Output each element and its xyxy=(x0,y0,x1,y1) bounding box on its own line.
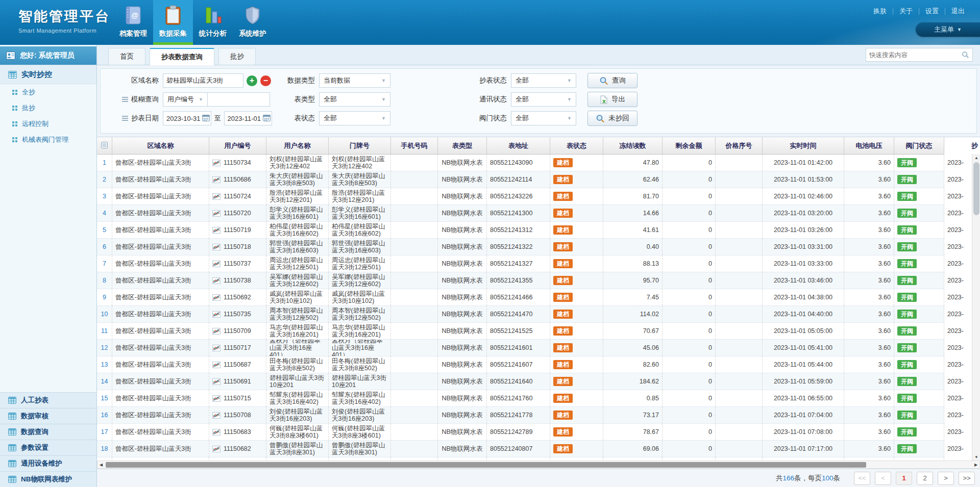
sidebar-section-通用设备维护[interactable]: 通用设备维护 xyxy=(0,455,96,471)
scroll-down-arrow[interactable]: ▼ xyxy=(972,453,980,460)
col-header-voltage[interactable]: 电池电压 xyxy=(844,137,894,154)
comm-status-select[interactable]: 全部▼ xyxy=(511,92,576,107)
cell-door_no: 何巍(碧桂园翠山蓝天3街8座3楼601) xyxy=(329,424,391,440)
page-button-1[interactable]: 1 xyxy=(896,472,912,485)
search-icon[interactable] xyxy=(962,51,969,59)
nav-item-archives[interactable]: @档案管理 xyxy=(113,0,153,45)
table-row[interactable]: 3曾都区-碧桂园翠山蓝天3街11150724殷浩(碧桂园翠山蓝天3街12座201… xyxy=(97,188,944,205)
nav-item-collect[interactable]: 数据采集 xyxy=(153,0,193,45)
date-field-zone: 至 xyxy=(163,111,272,125)
cell-num: 6 xyxy=(97,239,112,255)
table-row[interactable]: 1曾都区-碧桂园翠山蓝天3街11150734刘权(碧桂园翠山蓝天3街12座402… xyxy=(97,155,944,171)
sidebar-section-NB物联网表维护[interactable]: NB物联网表维护 xyxy=(0,471,96,487)
sidebar-section-参数设置[interactable]: 参数设置 xyxy=(0,440,96,455)
sidebar-section-realtime[interactable]: 实时抄控 xyxy=(0,65,96,84)
nav-item-stats[interactable]: 统计分析 xyxy=(193,0,233,45)
sidebar-item-机械表阀门管理[interactable]: 机械表阀门管理 xyxy=(0,132,96,147)
nav-item-label: 档案管理 xyxy=(119,29,147,38)
col-header-reading[interactable]: 冻结读数 xyxy=(603,137,663,154)
fuzzy-field-select[interactable]: 用户编号▼ xyxy=(163,92,208,107)
sidebar-item-全抄[interactable]: 全抄 xyxy=(0,84,96,100)
col-header-area[interactable]: 区域名称 xyxy=(112,137,209,154)
meter-status-select[interactable]: 全部▼ xyxy=(319,111,390,125)
nav-item-maintain[interactable]: 系统维护 xyxy=(233,0,273,45)
page-button-2[interactable]: 2 xyxy=(917,472,933,485)
tab-首页[interactable]: 首页 xyxy=(108,48,145,65)
table-row[interactable]: 10曾都区-碧桂园翠山蓝天3街11150735周本智(碧桂园翠山蓝天3街12座5… xyxy=(97,306,944,323)
area-input[interactable] xyxy=(163,73,243,88)
top-link-2[interactable]: 关于 xyxy=(893,7,919,16)
col-header-phone[interactable]: 手机号码 xyxy=(391,137,438,154)
cell-meter_addr: 805521243090 xyxy=(487,155,550,171)
read-status-select[interactable]: 全部▼ xyxy=(511,73,576,88)
sidebar-item-批抄[interactable]: 批抄 xyxy=(0,100,96,116)
add-area-button[interactable]: + xyxy=(247,75,257,86)
col-header-time[interactable]: 实时时间 xyxy=(763,137,844,154)
top-link-4[interactable]: 退出 xyxy=(945,7,971,16)
valve-status-select[interactable]: 全部▼ xyxy=(511,111,576,125)
fuzzy-input[interactable] xyxy=(208,92,270,107)
table-row[interactable]: 11曾都区-碧桂园翠山蓝天3街11150709马志华(碧桂园翠山蓝天3街16座2… xyxy=(97,323,944,340)
horizontal-scroll-thumb[interactable] xyxy=(106,462,866,468)
calendar-icon[interactable] xyxy=(202,114,210,121)
tab-批抄[interactable]: 批抄 xyxy=(218,48,256,65)
table-row[interactable]: 16曾都区-碧桂园翠山蓝天3街11150708刘俊(碧桂园翠山蓝天3街16座20… xyxy=(97,407,944,424)
cell-balance: 0 xyxy=(663,340,716,356)
table-row[interactable]: 5曾都区-碧桂园翠山蓝天3街11150719柏伟星(碧桂园翠山蓝天3街16座60… xyxy=(97,222,944,239)
table-row[interactable]: 6曾都区-碧桂园翠山蓝天3街11150718郭世强(碧桂园翠山蓝天3街16座60… xyxy=(97,239,944,255)
col-header-num[interactable] xyxy=(97,137,112,154)
col-header-user_no[interactable]: 用户编号 xyxy=(209,137,266,154)
col-header-door_no[interactable]: 门牌号 xyxy=(329,137,391,154)
col-header-valve_status[interactable]: 阀门状态 xyxy=(894,137,944,154)
table-row[interactable]: 4曾都区-碧桂园翠山蓝天3街11150720彭学义(碧桂园翠山蓝天3街16座60… xyxy=(97,205,944,222)
unread-button[interactable]: 未抄回 xyxy=(587,111,638,126)
table-row[interactable]: 2曾都区-碧桂园翠山蓝天3街11150686朱大庆(碧桂园翠山蓝天3街8座503… xyxy=(97,171,944,188)
meter-type-select[interactable]: 全部▼ xyxy=(319,92,390,107)
quick-search-input[interactable] xyxy=(869,52,962,59)
scroll-right-arrow[interactable]: ▶ xyxy=(972,461,979,468)
top-link-3[interactable]: 设置 xyxy=(919,7,945,16)
next-page-button[interactable]: > xyxy=(938,472,954,485)
col-header-meter_type[interactable]: 表类型 xyxy=(438,137,487,154)
scroll-up-arrow[interactable]: ▲ xyxy=(972,154,980,161)
cell-phone xyxy=(391,373,438,390)
table-row[interactable]: 7曾都区-碧桂园翠山蓝天3街11150737周运忠(碧桂园翠山蓝天3街12座50… xyxy=(97,255,944,272)
main-menu-button[interactable]: 主菜单 ▼ xyxy=(916,22,980,37)
sidebar-section-数据查询[interactable]: 数据查询 xyxy=(0,424,96,440)
col-header-extra[interactable]: 抄 xyxy=(944,137,980,154)
vertical-scroll-thumb[interactable] xyxy=(973,162,979,215)
cell-area: 曾都区-碧桂园翠山蓝天3街 xyxy=(112,272,209,289)
col-header-meter_status[interactable]: 表状态 xyxy=(550,137,603,154)
cell-voltage: 3.60 xyxy=(844,340,894,356)
calendar-icon[interactable] xyxy=(263,114,271,121)
table-row[interactable]: 13曾都区-碧桂园翠山蓝天3街11150687田冬梅(碧桂园翠山蓝天3街8座50… xyxy=(97,356,944,373)
cell-time: 2023-11-01 05:41:00 xyxy=(763,340,844,356)
top-link-1[interactable]: 换肤 xyxy=(867,7,893,16)
table-row[interactable]: 14曾都区-碧桂园翠山蓝天3街11150691碧桂园翠山蓝天3街10座201碧桂… xyxy=(97,373,944,390)
col-header-meter_addr[interactable]: 表地址 xyxy=(487,137,550,154)
sidebar-section-数据审核[interactable]: 数据审核 xyxy=(0,408,96,424)
data-type-select[interactable]: 当前数据▼ xyxy=(319,73,390,88)
cell-balance: 0 xyxy=(663,171,716,188)
cell-voltage: 3.60 xyxy=(844,289,894,305)
col-header-balance[interactable]: 剩余金额 xyxy=(663,137,716,154)
last-page-button[interactable]: >> xyxy=(959,472,975,485)
table-row[interactable]: 18曾都区-碧桂园翠山蓝天3街11150682曾鹏傲(碧桂园翠山蓝天3街8座30… xyxy=(97,441,944,457)
col-header-user_name[interactable]: 用户名称 xyxy=(266,137,329,154)
sidebar-item-远程控制[interactable]: 远程控制 xyxy=(0,116,96,132)
table-row[interactable]: 9曾都区-碧桂园翠山蓝天3街11150692戚岚(碧桂园翠山蓝天3街10座102… xyxy=(97,289,944,306)
remove-area-button[interactable]: − xyxy=(260,75,271,86)
table-row[interactable]: 17曾都区-碧桂园翠山蓝天3街11150683何巍(碧桂园翠山蓝天3街8座3楼6… xyxy=(97,424,944,441)
scroll-left-arrow[interactable]: ◀ xyxy=(97,461,105,468)
table-row[interactable]: 12曾都区-碧桂园翠山蓝天3街11150717孟秋月（碧桂园翠山蓝天3街16座4… xyxy=(97,340,944,356)
query-button[interactable]: 查询 xyxy=(587,73,638,88)
horizontal-scrollbar[interactable]: ◀ ▶ xyxy=(97,460,980,469)
table-row[interactable]: 15曾都区-碧桂园翠山蓝天3街11150715邹耀东(碧桂园翠山蓝天3街16座4… xyxy=(97,390,944,407)
tab-抄表数据查询[interactable]: 抄表数据查询 xyxy=(150,48,214,65)
export-button[interactable]: 导出 xyxy=(587,92,638,107)
table-row[interactable]: 8曾都区-碧桂园翠山蓝天3街11150738吴军娜(碧桂园翠山蓝天3街12座60… xyxy=(97,272,944,289)
sidebar-section-人工抄表[interactable]: 人工抄表 xyxy=(0,392,96,408)
col-header-price_no[interactable]: 价格序号 xyxy=(716,137,763,154)
vertical-scrollbar[interactable]: ▲ ▼ xyxy=(972,154,980,460)
cell-meter_status: 建档 xyxy=(550,356,603,373)
